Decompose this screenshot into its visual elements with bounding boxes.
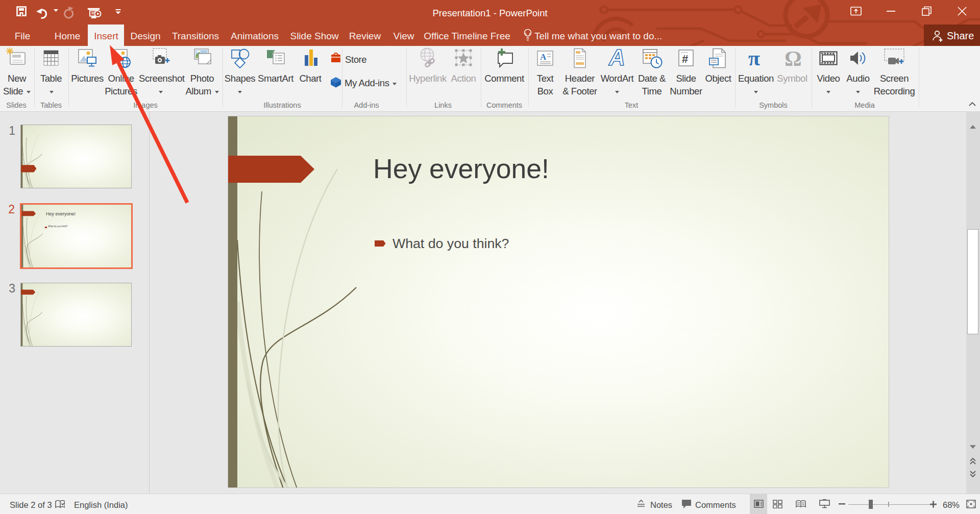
svg-text:Ω: Ω: [785, 47, 801, 69]
svg-text:A: A: [540, 52, 547, 62]
svg-text:π: π: [748, 47, 760, 69]
svg-text:A: A: [608, 47, 625, 69]
svg-text:#: #: [682, 53, 688, 65]
